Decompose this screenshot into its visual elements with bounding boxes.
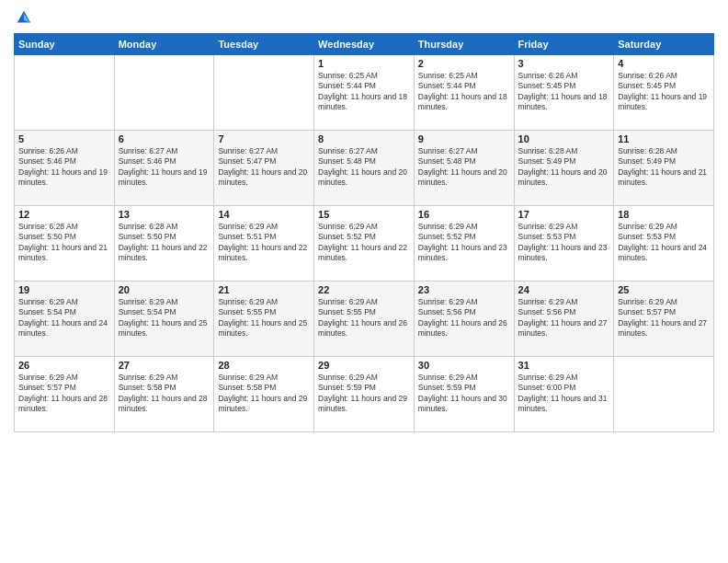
day-info: Sunrise: 6:29 AM Sunset: 5:57 PM Dayligh…: [618, 297, 710, 339]
calendar-cell: 27Sunrise: 6:29 AM Sunset: 5:58 PM Dayli…: [114, 357, 214, 432]
day-number: 7: [218, 133, 310, 144]
day-header-thursday: Thursday: [414, 34, 514, 55]
calendar-cell: 30Sunrise: 6:29 AM Sunset: 5:59 PM Dayli…: [414, 357, 514, 432]
calendar-cell: 2Sunrise: 6:25 AM Sunset: 5:44 PM Daylig…: [414, 55, 514, 131]
day-info: Sunrise: 6:25 AM Sunset: 5:44 PM Dayligh…: [418, 71, 510, 113]
day-number: 30: [418, 360, 510, 371]
calendar-cell: 19Sunrise: 6:29 AM Sunset: 5:54 PM Dayli…: [15, 282, 115, 357]
day-info: Sunrise: 6:29 AM Sunset: 5:53 PM Dayligh…: [518, 222, 610, 264]
calendar-week-2: 5Sunrise: 6:26 AM Sunset: 5:46 PM Daylig…: [15, 131, 714, 206]
calendar-cell: 14Sunrise: 6:29 AM Sunset: 5:51 PM Dayli…: [214, 206, 314, 282]
day-info: Sunrise: 6:25 AM Sunset: 5:44 PM Dayligh…: [318, 71, 410, 113]
day-info: Sunrise: 6:29 AM Sunset: 5:54 PM Dayligh…: [18, 297, 110, 339]
calendar-week-5: 26Sunrise: 6:29 AM Sunset: 5:57 PM Dayli…: [15, 357, 714, 432]
calendar-cell: 15Sunrise: 6:29 AM Sunset: 5:52 PM Dayli…: [314, 206, 415, 282]
day-info: Sunrise: 6:29 AM Sunset: 5:57 PM Dayligh…: [18, 373, 110, 415]
calendar-cell: 17Sunrise: 6:29 AM Sunset: 5:53 PM Dayli…: [514, 206, 614, 282]
day-number: 15: [318, 209, 410, 220]
calendar-cell: 9Sunrise: 6:27 AM Sunset: 5:48 PM Daylig…: [414, 131, 514, 206]
day-info: Sunrise: 6:26 AM Sunset: 5:46 PM Dayligh…: [18, 146, 110, 189]
header: [14, 9, 714, 26]
day-number: 10: [518, 133, 610, 144]
day-info: Sunrise: 6:29 AM Sunset: 5:58 PM Dayligh…: [119, 373, 210, 415]
day-number: 19: [18, 284, 110, 295]
day-info: Sunrise: 6:29 AM Sunset: 5:53 PM Dayligh…: [618, 222, 710, 264]
calendar-cell: 28Sunrise: 6:29 AM Sunset: 5:58 PM Dayli…: [214, 357, 314, 432]
day-number: 11: [618, 133, 710, 144]
day-info: Sunrise: 6:28 AM Sunset: 5:49 PM Dayligh…: [618, 146, 710, 189]
calendar-cell: 12Sunrise: 6:28 AM Sunset: 5:50 PM Dayli…: [15, 206, 115, 282]
day-number: 25: [618, 284, 710, 295]
day-number: 23: [418, 284, 510, 295]
calendar-cell: [614, 357, 714, 432]
day-info: Sunrise: 6:27 AM Sunset: 5:48 PM Dayligh…: [418, 146, 510, 189]
calendar-cell: 1Sunrise: 6:25 AM Sunset: 5:44 PM Daylig…: [314, 55, 415, 131]
day-number: 9: [418, 133, 510, 144]
day-number: 29: [318, 360, 410, 371]
day-info: Sunrise: 6:29 AM Sunset: 5:52 PM Dayligh…: [318, 222, 410, 264]
calendar-cell: 16Sunrise: 6:29 AM Sunset: 5:52 PM Dayli…: [414, 206, 514, 282]
day-number: 16: [418, 209, 510, 220]
calendar-body: 1Sunrise: 6:25 AM Sunset: 5:44 PM Daylig…: [15, 55, 714, 432]
day-number: 6: [119, 133, 210, 144]
day-info: Sunrise: 6:29 AM Sunset: 5:55 PM Dayligh…: [218, 297, 310, 339]
day-number: 21: [218, 284, 310, 295]
calendar-cell: 22Sunrise: 6:29 AM Sunset: 5:55 PM Dayli…: [314, 282, 415, 357]
calendar-cell: 26Sunrise: 6:29 AM Sunset: 5:57 PM Dayli…: [15, 357, 115, 432]
day-header-tuesday: Tuesday: [214, 34, 314, 55]
day-info: Sunrise: 6:27 AM Sunset: 5:48 PM Dayligh…: [318, 146, 410, 189]
calendar-cell: [214, 55, 314, 131]
day-number: 22: [318, 284, 410, 295]
day-info: Sunrise: 6:26 AM Sunset: 5:45 PM Dayligh…: [618, 71, 710, 113]
day-header-monday: Monday: [114, 34, 214, 55]
day-number: 26: [18, 360, 110, 371]
day-number: 1: [318, 58, 410, 69]
calendar-week-4: 19Sunrise: 6:29 AM Sunset: 5:54 PM Dayli…: [15, 282, 714, 357]
calendar-cell: 4Sunrise: 6:26 AM Sunset: 5:45 PM Daylig…: [614, 55, 714, 131]
day-info: Sunrise: 6:27 AM Sunset: 5:47 PM Dayligh…: [218, 146, 310, 189]
day-info: Sunrise: 6:29 AM Sunset: 5:59 PM Dayligh…: [318, 373, 410, 415]
day-number: 28: [218, 360, 310, 371]
day-info: Sunrise: 6:29 AM Sunset: 5:58 PM Dayligh…: [218, 373, 310, 415]
day-number: 5: [18, 133, 110, 144]
calendar-cell: 8Sunrise: 6:27 AM Sunset: 5:48 PM Daylig…: [314, 131, 415, 206]
day-number: 13: [119, 209, 210, 220]
calendar-cell: 13Sunrise: 6:28 AM Sunset: 5:50 PM Dayli…: [114, 206, 214, 282]
calendar-cell: 7Sunrise: 6:27 AM Sunset: 5:47 PM Daylig…: [214, 131, 314, 206]
calendar-cell: 11Sunrise: 6:28 AM Sunset: 5:49 PM Dayli…: [614, 131, 714, 206]
calendar-cell: 3Sunrise: 6:26 AM Sunset: 5:45 PM Daylig…: [514, 55, 614, 131]
day-info: Sunrise: 6:29 AM Sunset: 5:56 PM Dayligh…: [518, 297, 610, 339]
calendar-week-3: 12Sunrise: 6:28 AM Sunset: 5:50 PM Dayli…: [15, 206, 714, 282]
calendar-table: SundayMondayTuesdayWednesdayThursdayFrid…: [14, 33, 714, 432]
day-number: 14: [218, 209, 310, 220]
day-number: 27: [119, 360, 210, 371]
calendar-cell: 23Sunrise: 6:29 AM Sunset: 5:56 PM Dayli…: [414, 282, 514, 357]
day-number: 3: [518, 58, 610, 69]
day-info: Sunrise: 6:29 AM Sunset: 5:59 PM Dayligh…: [418, 373, 510, 415]
calendar-cell: [114, 55, 214, 131]
day-info: Sunrise: 6:28 AM Sunset: 5:49 PM Dayligh…: [518, 146, 610, 189]
calendar-cell: 18Sunrise: 6:29 AM Sunset: 5:53 PM Dayli…: [614, 206, 714, 282]
day-info: Sunrise: 6:29 AM Sunset: 5:52 PM Dayligh…: [418, 222, 510, 264]
day-info: Sunrise: 6:29 AM Sunset: 5:54 PM Dayligh…: [119, 297, 210, 339]
day-number: 18: [618, 209, 710, 220]
day-number: 2: [418, 58, 510, 69]
day-info: Sunrise: 6:29 AM Sunset: 6:00 PM Dayligh…: [518, 373, 610, 415]
calendar-header-row: SundayMondayTuesdayWednesdayThursdayFrid…: [15, 34, 714, 55]
calendar-week-1: 1Sunrise: 6:25 AM Sunset: 5:44 PM Daylig…: [15, 55, 714, 131]
calendar-cell: 31Sunrise: 6:29 AM Sunset: 6:00 PM Dayli…: [514, 357, 614, 432]
day-header-saturday: Saturday: [614, 34, 714, 55]
calendar-cell: 24Sunrise: 6:29 AM Sunset: 5:56 PM Dayli…: [514, 282, 614, 357]
calendar-cell: 21Sunrise: 6:29 AM Sunset: 5:55 PM Dayli…: [214, 282, 314, 357]
day-info: Sunrise: 6:27 AM Sunset: 5:46 PM Dayligh…: [119, 146, 210, 189]
day-info: Sunrise: 6:29 AM Sunset: 5:56 PM Dayligh…: [418, 297, 510, 339]
day-header-sunday: Sunday: [15, 34, 115, 55]
calendar-cell: 6Sunrise: 6:27 AM Sunset: 5:46 PM Daylig…: [114, 131, 214, 206]
logo-icon: [16, 9, 32, 26]
day-info: Sunrise: 6:28 AM Sunset: 5:50 PM Dayligh…: [119, 222, 210, 264]
calendar-cell: 25Sunrise: 6:29 AM Sunset: 5:57 PM Dayli…: [614, 282, 714, 357]
day-info: Sunrise: 6:29 AM Sunset: 5:51 PM Dayligh…: [218, 222, 310, 264]
calendar-cell: [15, 55, 115, 131]
day-number: 20: [119, 284, 210, 295]
calendar-cell: 10Sunrise: 6:28 AM Sunset: 5:49 PM Dayli…: [514, 131, 614, 206]
